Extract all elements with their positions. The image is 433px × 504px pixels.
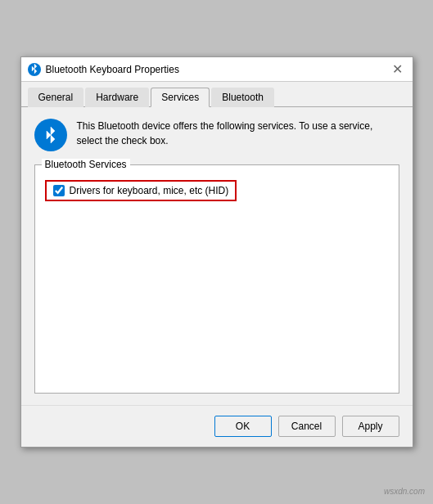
cancel-button[interactable]: Cancel	[278, 416, 336, 437]
tab-bluetooth[interactable]: Bluetooth	[211, 88, 274, 107]
bluetooth-icon	[34, 119, 67, 151]
ok-button[interactable]: OK	[214, 416, 272, 437]
apply-button[interactable]: Apply	[342, 416, 399, 437]
tab-general[interactable]: General	[28, 88, 84, 107]
close-button[interactable]: ✕	[389, 63, 406, 76]
tab-hardware[interactable]: Hardware	[85, 88, 149, 107]
services-group: Bluetooth Services Drivers for keyboard,…	[34, 164, 399, 394]
services-group-label: Bluetooth Services	[42, 159, 130, 170]
service-label-hid: Drivers for keyboard, mice, etc (HID)	[70, 185, 229, 196]
window-title: Bluetooth Keyboard Properties	[46, 64, 179, 75]
watermark: wsxdn.com	[384, 487, 425, 496]
title-icon	[28, 63, 41, 76]
dialog-window: Bluetooth Keyboard Properties ✕ General …	[20, 56, 413, 448]
service-item-hid: Drivers for keyboard, mice, etc (HID)	[45, 180, 237, 201]
button-row: OK Cancel Apply	[21, 405, 413, 447]
info-row: This Bluetooth device offers the followi…	[34, 119, 399, 151]
info-description: This Bluetooth device offers the followi…	[77, 119, 399, 148]
tab-services[interactable]: Services	[151, 88, 210, 107]
service-checkbox-hid[interactable]	[53, 185, 65, 196]
tab-content: This Bluetooth device offers the followi…	[21, 107, 413, 405]
tab-bar: General Hardware Services Bluetooth	[21, 82, 413, 107]
title-bar: Bluetooth Keyboard Properties ✕	[21, 57, 413, 82]
title-bar-left: Bluetooth Keyboard Properties	[28, 63, 179, 76]
